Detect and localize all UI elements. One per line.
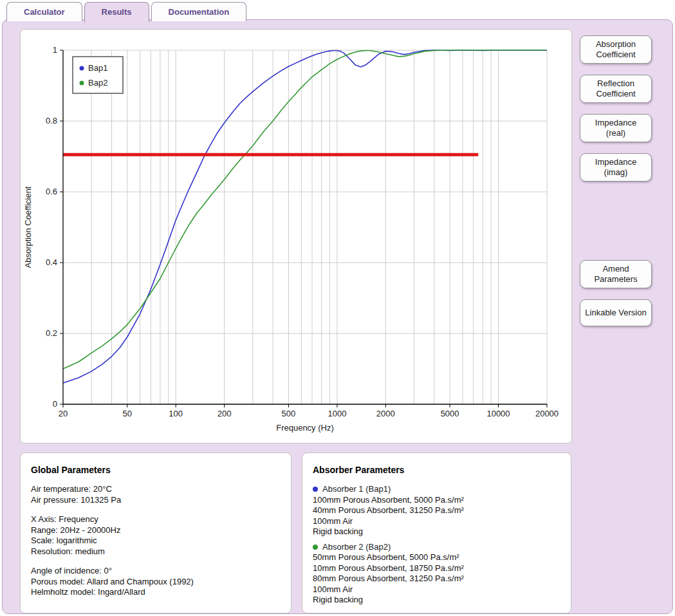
- tab-results[interactable]: Results: [84, 2, 149, 23]
- absorber-name-row: Absorber 2 (Bap2): [313, 542, 560, 553]
- absorber-layer-line: 10mm Porous Absorbent, 18750 Pa.s/m²: [313, 563, 560, 574]
- y-tick-label: 1: [53, 45, 57, 55]
- absorber-layer-line: 80mm Porous Absorbent, 31250 Pa.s/m²: [313, 574, 560, 584]
- absorber-layer-line: Rigid backing: [313, 595, 560, 606]
- absorber-color-dot-icon: [313, 545, 318, 550]
- global-parameter-line: Helmholtz model: Ingard/Allard: [31, 587, 281, 598]
- chart-legend: Bap1Bap2: [73, 57, 123, 93]
- global-parameter-line: Scale: logarithmic: [31, 536, 281, 546]
- absorber-name-row: Absorber 1 (Bap1): [313, 484, 560, 495]
- global-parameter-line: Range: 20Hz - 20000Hz: [31, 525, 281, 536]
- x-tick-label: 10000: [486, 409, 510, 418]
- absorber-name: Absorber 2 (Bap2): [322, 542, 391, 553]
- tab-bar: CalculatorResultsDocumentation: [6, 2, 246, 23]
- content-panel: 2050100200500100020005000100002000000.20…: [2, 19, 673, 614]
- absorber-layer-line: Rigid backing: [313, 527, 560, 537]
- y-tick-label: 0.8: [46, 116, 57, 126]
- x-tick-label: 5000: [441, 409, 459, 418]
- action-button-group: Amend ParametersLinkable Version: [580, 260, 652, 326]
- global-parameter-line: X Axis: Frequency: [31, 514, 281, 525]
- absorber-list: Absorber 1 (Bap1)100mm Porous Absorbent,…: [313, 484, 560, 606]
- x-tick-label: 50: [123, 409, 132, 418]
- impedance-imag-button[interactable]: Impedance (imag): [580, 153, 652, 182]
- x-tick-label: 1000: [328, 409, 346, 418]
- absorber-layer-line: 100mm Air: [313, 516, 560, 527]
- absorber-block: Absorber 1 (Bap1)100mm Porous Absorbent,…: [313, 484, 560, 537]
- global-parameter-line: Angle of incidence: 0°: [31, 566, 281, 577]
- tab-documentation[interactable]: Documentation: [151, 2, 247, 21]
- side-button-group: Absorption CoefficientReflection Coeffic…: [580, 35, 652, 182]
- global-parameters-panel: Global Parameters Air temperature: 20°CA…: [20, 453, 291, 613]
- reflection-coefficient-button[interactable]: Reflection Coefficient: [580, 75, 652, 103]
- absorber-layer-line: 100mm Air: [313, 584, 560, 595]
- global-parameter-line: Air temperature: 20°C: [31, 484, 281, 495]
- x-tick-label: 20000: [535, 409, 559, 418]
- x-tick-label: 100: [169, 409, 183, 418]
- y-tick-label: 0.4: [46, 257, 57, 267]
- x-axis-label: Frequency (Hz): [276, 423, 334, 433]
- global-parameter-line: Resolution: medium: [31, 546, 281, 557]
- global-parameter-line: Porous model: Allard and Champoux (1992): [31, 577, 281, 588]
- series-bap1-line: [63, 50, 547, 383]
- linkable-version-button[interactable]: Linkable Version: [580, 299, 652, 326]
- absorber-color-dot-icon: [313, 487, 318, 492]
- absorber-layer-line: 50mm Porous Absorbent, 5000 Pa.s/m²: [313, 552, 560, 563]
- absorber-layer-line: 100mm Porous Absorbent, 5000 Pa.s/m²: [313, 495, 560, 506]
- y-tick-label: 0: [53, 399, 57, 409]
- absorber-name: Absorber 1 (Bap1): [322, 484, 391, 495]
- absorber-parameters-title: Absorber Parameters: [313, 465, 560, 475]
- legend-entry-label: Bap2: [88, 78, 107, 88]
- x-tick-label: 20: [59, 409, 68, 418]
- absorber-parameters-panel: Absorber Parameters Absorber 1 (Bap1)100…: [302, 453, 571, 613]
- amend-parameters-button[interactable]: Amend Parameters: [580, 260, 652, 288]
- global-parameter-line: [31, 505, 281, 514]
- global-parameter-line: [31, 557, 281, 566]
- absorber-block: Absorber 2 (Bap2)50mm Porous Absorbent, …: [313, 542, 560, 606]
- x-tick-label: 200: [217, 409, 232, 418]
- global-parameter-line: Air pressure: 101325 Pa: [31, 495, 281, 506]
- global-parameters-lines: Air temperature: 20°CAir pressure: 10132…: [31, 484, 281, 598]
- absorber-layer-line: 40mm Porous Absorbent, 31250 Pa.s/m²: [313, 505, 560, 516]
- page: CalculatorResultsDocumentation 205010020…: [0, 0, 675, 616]
- chart-grid: [63, 50, 547, 404]
- legend-dot-icon: [80, 66, 84, 71]
- absorption-chart: 2050100200500100020005000100002000000.20…: [21, 30, 571, 443]
- impedance-real-button[interactable]: Impedance (real): [580, 114, 652, 142]
- tab-calculator[interactable]: Calculator: [6, 2, 82, 21]
- y-tick-label: 0.2: [46, 328, 57, 338]
- legend-entry-label: Bap1: [88, 63, 107, 73]
- x-tick-label: 500: [282, 409, 296, 418]
- y-axis-label: Absorption Coefficient: [23, 186, 33, 268]
- absorption-coefficient-button[interactable]: Absorption Coefficient: [580, 35, 652, 64]
- global-parameters-title: Global Parameters: [31, 465, 281, 475]
- chart-panel: 2050100200500100020005000100002000000.20…: [20, 29, 572, 443]
- y-tick-label: 0.6: [46, 187, 57, 196]
- legend-dot-icon: [80, 81, 84, 86]
- x-tick-label: 2000: [376, 409, 395, 418]
